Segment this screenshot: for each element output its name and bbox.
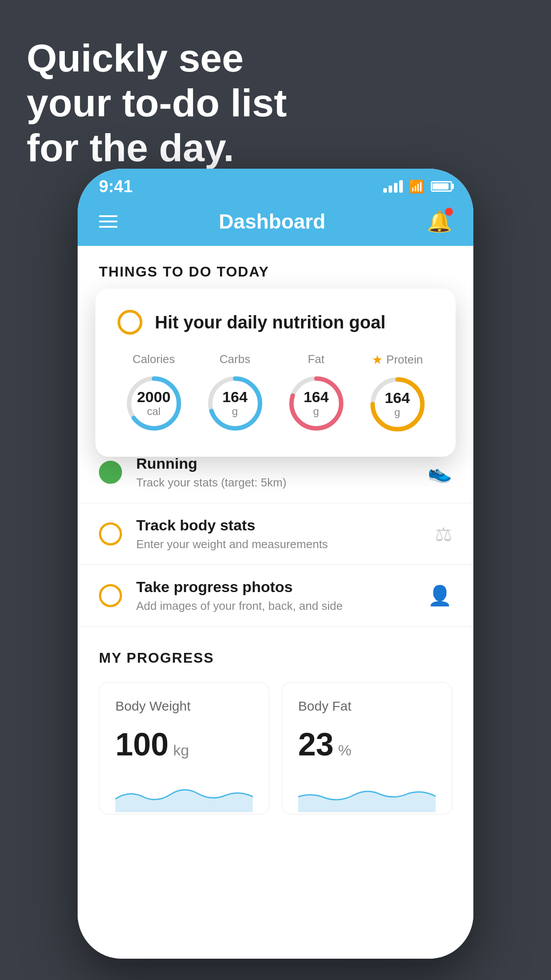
- scale-icon: ⚖: [435, 523, 452, 545]
- fat-label: Fat: [308, 352, 325, 366]
- carbs-ring: 164 g: [204, 372, 266, 435]
- fat-value: 164: [303, 389, 329, 405]
- protein-ring: 164 g: [366, 373, 429, 435]
- body-fat-unit: %: [338, 742, 351, 759]
- status-bar: 9:41 📶: [78, 169, 473, 201]
- protein-label: Protein: [386, 353, 423, 367]
- star-icon: ★: [372, 352, 383, 367]
- running-icon: 👟: [428, 461, 452, 484]
- calories-label: Calories: [133, 352, 175, 366]
- body-fat-value: 23: [298, 726, 334, 763]
- todo-title-photos: Take progress photos: [136, 578, 413, 596]
- carbs-label: Carbs: [220, 352, 250, 366]
- macro-protein: ★ Protein 164 g: [366, 352, 429, 435]
- status-time: 9:41: [99, 177, 133, 196]
- macro-carbs: Carbs 164 g: [204, 352, 266, 435]
- signal-icon: [383, 180, 403, 193]
- wifi-icon: 📶: [409, 179, 425, 194]
- body-weight-card[interactable]: Body Weight 100 kg: [99, 682, 269, 814]
- progress-cards: Body Weight 100 kg Body Fat 23 %: [99, 682, 452, 814]
- todo-title-running: Running: [136, 455, 413, 472]
- battery-icon: [431, 181, 452, 192]
- todo-subtitle-photos: Add images of your front, back, and side: [136, 599, 413, 613]
- macro-calories: Calories 2000 cal: [123, 352, 185, 435]
- protein-value: 164: [385, 390, 410, 406]
- nutrition-card[interactable]: Hit your daily nutrition goal Calories 2…: [95, 288, 456, 457]
- phone-frame: 9:41 📶 Dashboard 🔔: [78, 169, 473, 959]
- protein-label-container: ★ Protein: [372, 352, 423, 367]
- person-icon: 👤: [428, 584, 452, 607]
- nav-title: Dashboard: [219, 209, 325, 233]
- phone-content: THINGS TO DO TODAY Running Track your st…: [78, 246, 473, 959]
- progress-header: MY PROGRESS: [99, 650, 452, 666]
- todo-subtitle-body-stats: Enter your weight and measurements: [136, 537, 421, 551]
- hero-text: Quickly see your to-do list for the day.: [27, 36, 287, 170]
- fat-ring: 164 g: [285, 372, 347, 435]
- todo-item-photos[interactable]: Take progress photos Add images of your …: [78, 565, 473, 627]
- calories-unit: cal: [137, 406, 171, 418]
- nutrition-card-header: Hit your daily nutrition goal: [118, 310, 433, 335]
- body-fat-title: Body Fat: [298, 699, 436, 714]
- fat-unit: g: [303, 406, 329, 418]
- nutrition-card-title: Hit your daily nutrition goal: [155, 312, 386, 332]
- protein-unit: g: [385, 407, 410, 419]
- carbs-unit: g: [222, 406, 248, 418]
- things-today-header: THINGS TO DO TODAY: [78, 246, 473, 291]
- nutrition-check-circle[interactable]: [118, 310, 142, 335]
- body-weight-title: Body Weight: [115, 699, 253, 714]
- calories-ring: 2000 cal: [123, 372, 185, 435]
- todo-item-body-stats[interactable]: Track body stats Enter your weight and m…: [78, 503, 473, 565]
- nutrition-macros: Calories 2000 cal Carbs: [118, 352, 433, 435]
- todo-check-photos[interactable]: [99, 584, 122, 607]
- body-weight-value: 100: [115, 726, 169, 763]
- status-icons: 📶: [383, 179, 452, 194]
- body-weight-unit: kg: [173, 742, 189, 759]
- progress-section: MY PROGRESS Body Weight 100 kg B: [78, 627, 473, 836]
- menu-button[interactable]: [99, 215, 118, 228]
- todo-subtitle-running: Track your stats (target: 5km): [136, 476, 413, 490]
- notification-badge: [445, 208, 453, 216]
- body-fat-chart: [298, 777, 436, 812]
- todo-check-running[interactable]: [99, 461, 122, 484]
- macro-fat: Fat 164 g: [285, 352, 347, 435]
- carbs-value: 164: [222, 389, 248, 405]
- notifications-button[interactable]: 🔔: [427, 209, 452, 233]
- body-fat-card[interactable]: Body Fat 23 %: [282, 682, 452, 814]
- nav-bar: Dashboard 🔔: [78, 201, 473, 246]
- body-weight-chart: [115, 777, 253, 812]
- calories-value: 2000: [137, 389, 171, 405]
- todo-check-body-stats[interactable]: [99, 522, 122, 545]
- todo-title-body-stats: Track body stats: [136, 517, 421, 534]
